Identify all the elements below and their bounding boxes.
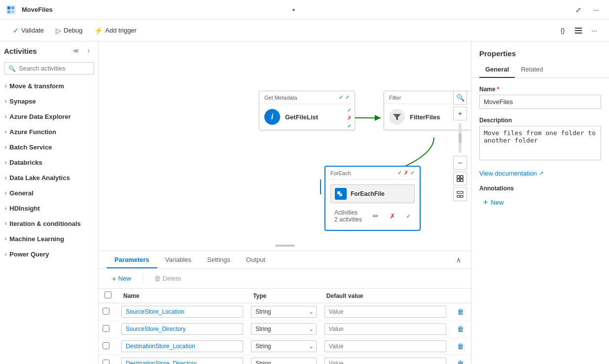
tab-variables[interactable]: Variables [157, 252, 199, 268]
table-row: StringIntFloatBoolArrayObjectSecureStrin… [99, 338, 471, 355]
node-header-get-metadata: Get Metadata ✓ ✓ [259, 91, 355, 104]
code-view-icon[interactable]: {} [556, 24, 570, 37]
bottom-panel: Parameters Variables Settings Output ∧ +… [99, 251, 471, 364]
delete-row-icon-3[interactable]: 🗑 [454, 359, 467, 364]
row-checkbox-3[interactable] [103, 360, 109, 364]
scroll-indicator [275, 245, 295, 247]
search-canvas-icon[interactable]: 🔍 [453, 91, 467, 105]
search-bar[interactable]: 🔍 [4, 62, 94, 74]
annotations-label: Annotations [479, 185, 601, 192]
get-metadata-node[interactable]: Get Metadata ✓ ✓ i GetFileList ✓ [259, 91, 355, 130]
list-view-icon[interactable] [572, 24, 585, 37]
delete-parameter-button[interactable]: 🗑 Delete [149, 272, 187, 285]
foreach-body: ForEachFile Activities 2 activities ✏ ✗ … [325, 180, 420, 230]
chevron-right-icon: › [5, 145, 6, 150]
chevron-right-icon: › [5, 83, 6, 89]
sidebar-item-databricks[interactable]: › Databricks [0, 155, 98, 170]
name-input[interactable] [479, 95, 601, 109]
sidebar-header: Activities ≪ ‹ [0, 41, 98, 60]
debug-button[interactable]: ▷ Debug [51, 24, 87, 37]
select-all-checkbox[interactable] [105, 291, 111, 298]
expand-icon[interactable]: ⤢ [572, 3, 585, 17]
chevron-right-icon: › [5, 221, 6, 226]
sidebar-item-move-transform[interactable]: › Move & transform [0, 78, 98, 94]
foreach-inner-node[interactable]: ForEachFile [330, 184, 415, 203]
chevron-right-icon: › [5, 160, 6, 165]
tab-parameters[interactable]: Parameters [107, 252, 157, 268]
svg-rect-6 [575, 33, 582, 34]
props-tab-general[interactable]: General [479, 62, 515, 78]
chevron-right-icon: › [5, 175, 6, 181]
chevron-right-icon: › [5, 252, 6, 257]
param-name-input-3[interactable] [121, 358, 243, 364]
svg-rect-1 [11, 6, 14, 9]
delete-row-icon-1[interactable]: 🗑 [454, 324, 467, 334]
bottom-toolbar: + New 🗑 Delete [99, 269, 471, 289]
toolbar-more-icon[interactable]: ··· [587, 24, 601, 37]
svg-rect-12 [461, 176, 463, 178]
sidebar-item-data-lake-analytics[interactable]: › Data Lake Analytics [0, 170, 98, 185]
zoom-in-icon[interactable]: + [453, 107, 467, 120]
validate-button[interactable]: ✓ Validate [8, 24, 49, 37]
plus-circle-icon: + [483, 198, 488, 207]
sidebar-expand-icon[interactable]: ‹ [83, 45, 94, 56]
sidebar-item-hdinsight[interactable]: › HDInsight [0, 201, 98, 216]
param-default-input-2[interactable] [324, 340, 446, 352]
row-checkbox-1[interactable] [103, 325, 109, 332]
param-type-select-1[interactable]: StringIntFloatBoolArrayObjectSecureStrin… [251, 323, 317, 335]
sidebar-item-batch-service[interactable]: › Batch Service [0, 140, 98, 155]
fit-view-icon[interactable] [453, 172, 467, 185]
col-name: Name [117, 289, 247, 303]
canvas-area[interactable]: Get Metadata ✓ ✓ i GetFileList ✓ [99, 41, 471, 251]
svg-rect-11 [457, 176, 460, 178]
add-trigger-button[interactable]: ⚡ Add trigger [89, 24, 142, 37]
collapse-panel-icon[interactable]: ∧ [454, 254, 463, 266]
sidebar-collapse-icon[interactable]: ≪ [71, 45, 81, 56]
delete-row-icon-0[interactable]: 🗑 [454, 307, 467, 317]
svg-rect-0 [7, 6, 10, 9]
more-options-icon[interactable]: ··· [589, 3, 603, 17]
props-tabs: General Related [471, 62, 609, 78]
description-textarea[interactable]: Move files from one folder to another fo… [479, 126, 601, 160]
zoom-out-icon[interactable]: − [453, 156, 467, 170]
app-title: MoveFiles [22, 6, 286, 13]
param-default-input-3[interactable] [324, 358, 446, 364]
sidebar-item-azure-data-explorer[interactable]: › Azure Data Explorer [0, 109, 98, 124]
param-type-select-0[interactable]: StringIntFloatBoolArrayObjectSecureStrin… [251, 306, 317, 318]
foreach-node[interactable]: ForEach ✓ ✗ ✓ ForEachFile [324, 166, 421, 231]
param-type-select-2[interactable]: StringIntFloatBoolArrayObjectSecureStrin… [251, 340, 317, 352]
param-default-input-1[interactable] [324, 323, 446, 335]
param-name-input-2[interactable] [121, 340, 243, 352]
tab-output[interactable]: Output [238, 252, 273, 268]
params-table: Name Type Default value StringIntFloatBo… [99, 289, 471, 364]
sidebar-item-machine-learning[interactable]: › Machine Learning [0, 231, 98, 247]
param-type-select-3[interactable]: StringIntFloatBoolArrayObjectSecureStrin… [251, 358, 317, 364]
sidebar-item-general[interactable]: › General [0, 185, 98, 201]
props-tab-related[interactable]: Related [515, 62, 549, 78]
row-checkbox-2[interactable] [103, 342, 109, 349]
param-default-input-0[interactable] [324, 306, 446, 318]
toolbar: ✓ Validate ▷ Debug ⚡ Add trigger {} ··· [0, 20, 609, 41]
sidebar-item-iteration-conditionals[interactable]: › Iteration & conditionals [0, 216, 98, 231]
svg-rect-4 [575, 28, 582, 29]
param-name-input-1[interactable] [121, 323, 243, 335]
validate-icon: ✓ [13, 27, 19, 35]
sidebar-item-synapse[interactable]: › Synapse [0, 94, 98, 109]
tab-settings[interactable]: Settings [199, 252, 238, 268]
svg-rect-14 [461, 179, 463, 182]
param-name-input-0[interactable] [121, 306, 243, 318]
sidebar-item-power-query[interactable]: › Power Query [0, 247, 98, 262]
new-parameter-button[interactable]: + New [107, 272, 137, 285]
foreach-inner-icon [335, 188, 347, 200]
layout-icon[interactable] [453, 187, 467, 201]
row-checkbox-0[interactable] [103, 308, 109, 315]
delete-row-icon-2[interactable]: 🗑 [454, 341, 467, 351]
add-annotation-button[interactable]: + New [479, 196, 507, 209]
col-type: Type [247, 289, 321, 303]
sidebar-item-azure-function[interactable]: › Azure Function [0, 124, 98, 140]
search-input[interactable] [19, 65, 99, 72]
col-default-value: Default value [321, 289, 450, 303]
edit-foreach-icon[interactable]: ✏ [373, 212, 379, 220]
view-doc-link[interactable]: View documentation ↗ [479, 170, 601, 177]
delete-foreach-icon[interactable]: ✗ [390, 212, 395, 220]
